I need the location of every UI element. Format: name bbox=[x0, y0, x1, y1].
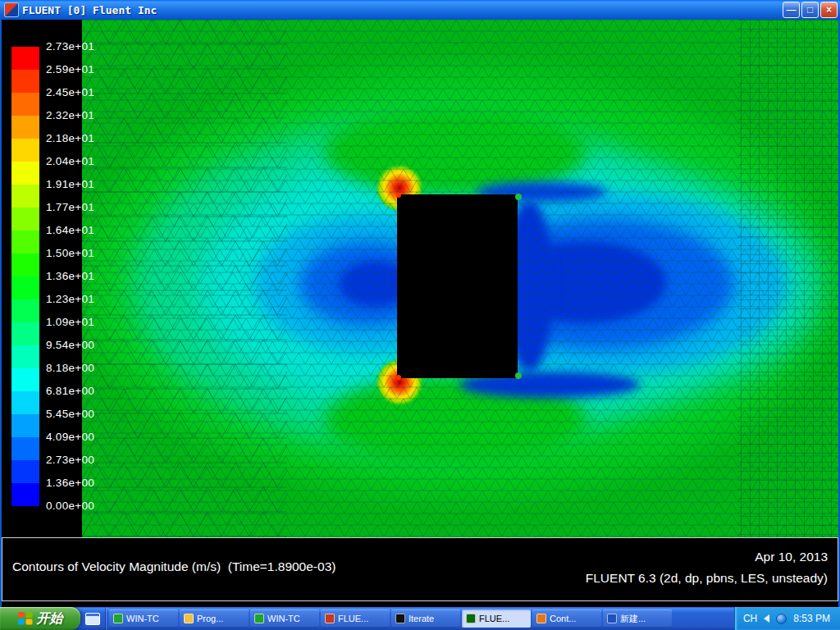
legend-color-band bbox=[11, 460, 39, 483]
taskbar-button[interactable]: 新建... bbox=[603, 609, 672, 628]
legend-color-band bbox=[11, 391, 39, 414]
legend-color-band bbox=[11, 208, 39, 231]
taskbar-app-icon bbox=[184, 614, 194, 623]
graphics-window: 2.73e+01 2.59e+01 2.45e+01 2.32e+01 2.18… bbox=[0, 20, 840, 607]
taskbar-button[interactable]: Prog... bbox=[180, 609, 249, 628]
windows-logo-icon bbox=[18, 612, 33, 625]
legend-color-band bbox=[11, 162, 39, 185]
clock[interactable]: 8:53 PM bbox=[793, 613, 830, 624]
legend-color-band bbox=[11, 299, 39, 322]
taskbar-button-label: WIN-TC bbox=[267, 614, 300, 623]
volume-icon[interactable] bbox=[764, 614, 769, 623]
legend-value: 2.18e+01 bbox=[46, 127, 120, 150]
legend-color-band bbox=[11, 345, 39, 368]
legend-value: 9.54e+00 bbox=[46, 334, 120, 357]
legend-color-band bbox=[11, 368, 39, 391]
legend-value: 1.09e+01 bbox=[46, 311, 120, 334]
legend-value: 6.81e+00 bbox=[46, 380, 120, 403]
taskbar-button[interactable]: WIN-TC bbox=[109, 609, 178, 628]
legend-value: 8.18e+00 bbox=[46, 357, 120, 380]
taskbar-button[interactable]: Iterate bbox=[391, 609, 460, 628]
taskbar-items: WIN-TC Prog... WIN-TC FLUE... Iterate bbox=[106, 609, 734, 628]
taskbar-button-label: Prog... bbox=[197, 614, 223, 623]
minimize-button[interactable]: — bbox=[783, 2, 800, 18]
legend-color-band bbox=[11, 70, 39, 93]
quick-launch bbox=[80, 607, 106, 630]
caption-right: Apr 10, 2013 FLUENT 6.3 (2d, dp, pbns, L… bbox=[586, 546, 828, 600]
taskbar-button[interactable]: FLUE... bbox=[462, 609, 531, 628]
legend-color-band bbox=[11, 253, 39, 276]
taskbar-button[interactable]: FLUE... bbox=[321, 609, 390, 628]
legend-value: 2.73e+01 bbox=[46, 35, 120, 58]
legend-color-band bbox=[11, 483, 39, 506]
taskbar-button-label: Cont... bbox=[550, 614, 576, 623]
legend-value: 2.45e+01 bbox=[46, 81, 120, 104]
legend-value: 1.64e+01 bbox=[46, 219, 120, 242]
taskbar-button[interactable]: WIN-TC bbox=[250, 609, 319, 628]
legend-color-band bbox=[11, 185, 39, 208]
legend-value: 2.73e+00 bbox=[46, 449, 120, 472]
taskbar-app-icon bbox=[325, 614, 335, 623]
caption-date: Apr 10, 2013 bbox=[586, 546, 828, 568]
taskbar-app-icon bbox=[466, 614, 476, 623]
legend-value: 4.09e+00 bbox=[46, 426, 120, 449]
legend-color-band bbox=[11, 322, 39, 345]
fluent-app-icon[interactable] bbox=[4, 2, 19, 17]
plot-title: Contours of Velocity Magnitude (m/s) (Ti… bbox=[12, 559, 336, 600]
legend-value: 1.36e+00 bbox=[46, 472, 120, 495]
tray-status-icon[interactable] bbox=[776, 614, 787, 624]
window-border-left bbox=[0, 20, 2, 607]
legend-color-band bbox=[11, 414, 39, 437]
language-indicator[interactable]: CH bbox=[743, 613, 757, 624]
close-button[interactable]: × bbox=[820, 2, 838, 18]
taskbar-button-label: FLUE... bbox=[479, 614, 509, 623]
legend-value: 1.36e+01 bbox=[46, 265, 120, 288]
legend-value: 2.32e+01 bbox=[46, 104, 120, 127]
caption-solver: FLUENT 6.3 (2d, dp, pbns, LES, unsteady) bbox=[586, 568, 828, 589]
legend-color-band bbox=[11, 93, 39, 116]
legend-color-band bbox=[11, 437, 39, 460]
legend-color-band bbox=[11, 116, 39, 139]
taskbar-button-label: Iterate bbox=[409, 614, 434, 623]
taskbar-app-icon bbox=[607, 614, 617, 623]
legend-value: 0.00e+00 bbox=[46, 495, 120, 518]
taskbar-button-label: WIN-TC bbox=[126, 614, 159, 623]
legend-value: 1.77e+01 bbox=[46, 196, 120, 219]
taskbar-button-label: FLUE... bbox=[338, 614, 368, 623]
start-button-label: 开始 bbox=[37, 610, 63, 628]
legend-value: 1.91e+01 bbox=[46, 173, 120, 196]
legend-color-band bbox=[11, 139, 39, 162]
taskbar-app-icon bbox=[395, 614, 405, 623]
legend-colorbar bbox=[11, 47, 39, 506]
taskbar-button-label: 新建... bbox=[620, 613, 646, 625]
taskbar-button[interactable]: Cont... bbox=[532, 609, 601, 628]
taskbar: 开始 WIN-TC Prog... WIN-TC FLUE... bbox=[0, 607, 840, 630]
legend-color-band bbox=[11, 47, 39, 70]
caption-box: Contours of Velocity Magnitude (m/s) (Ti… bbox=[2, 537, 838, 601]
legend-value: 2.59e+01 bbox=[46, 58, 120, 81]
taskbar-app-icon bbox=[113, 614, 123, 623]
legend-value: 1.50e+01 bbox=[46, 242, 120, 265]
contour-plot[interactable] bbox=[82, 20, 840, 537]
legend-value: 2.04e+01 bbox=[46, 150, 120, 173]
legend-value: 1.23e+01 bbox=[46, 288, 120, 311]
legend-value: 5.45e+00 bbox=[46, 403, 120, 426]
legend-labels: 2.73e+01 2.59e+01 2.45e+01 2.32e+01 2.18… bbox=[46, 35, 120, 518]
window-titlebar[interactable]: FLUENT [0] Fluent Inc — □ × bbox=[0, 0, 840, 20]
legend-color-band bbox=[11, 231, 39, 253]
taskbar-app-icon bbox=[536, 614, 546, 623]
start-button[interactable]: 开始 bbox=[0, 607, 80, 630]
taskbar-app-icon bbox=[254, 614, 264, 623]
window-title: FLUENT [0] Fluent Inc bbox=[22, 4, 781, 16]
show-desktop-icon[interactable] bbox=[85, 613, 100, 625]
system-tray: CH 8:53 PM bbox=[734, 607, 840, 630]
maximize-button[interactable]: □ bbox=[801, 2, 819, 18]
legend-color-band bbox=[11, 276, 39, 299]
